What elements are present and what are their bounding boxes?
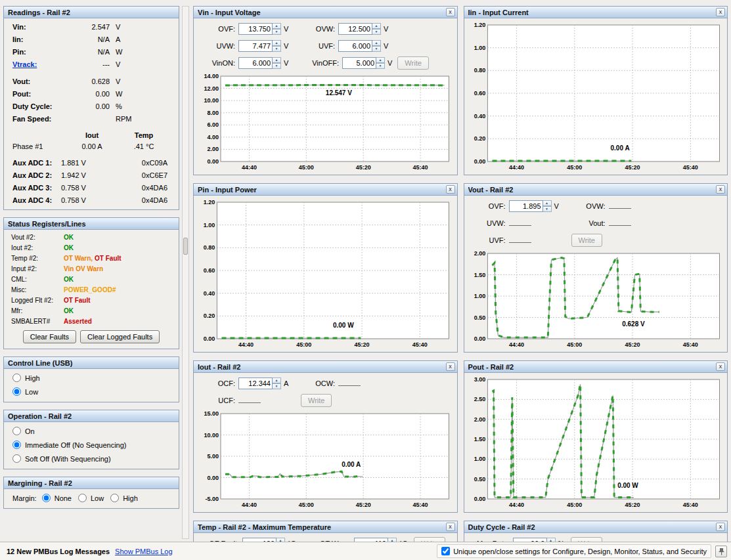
vin-ovf-input[interactable] bbox=[238, 23, 273, 35]
uvf-label: UVF: bbox=[472, 236, 506, 244]
spin-down-icon[interactable]: ▼ bbox=[372, 46, 381, 52]
spinner[interactable]: ▲▼ bbox=[376, 57, 385, 69]
write-button[interactable]: Write bbox=[397, 56, 428, 70]
spinner[interactable]: ▲▼ bbox=[543, 200, 552, 212]
svg-text:2.00: 2.00 bbox=[474, 416, 485, 423]
operation-soft-off-radio[interactable] bbox=[12, 454, 21, 463]
temp-panel-header: Temp - Rail #2 - Maximum Temperature x bbox=[194, 521, 457, 533]
status-label: SMBALERT# bbox=[11, 318, 64, 325]
vin-chart: 0.002.004.006.008.0010.0012.0014.0044:40… bbox=[197, 73, 454, 171]
operation-immediate-off-radio[interactable] bbox=[12, 441, 21, 449]
reading-row-pin: Pin: N/A W bbox=[7, 45, 175, 58]
spin-down-icon[interactable]: ▼ bbox=[273, 29, 281, 35]
spinner[interactable]: ▲▼ bbox=[273, 377, 281, 389]
pmbus-log-message-count: 12 New PMBus Log Messages bbox=[7, 548, 110, 555]
vout-uvw-input[interactable] bbox=[509, 217, 531, 226]
svg-text:0.00: 0.00 bbox=[474, 496, 485, 502]
spinner[interactable]: ▲▼ bbox=[273, 57, 281, 69]
iout-ocw-input[interactable] bbox=[338, 377, 361, 386]
spin-up-icon[interactable]: ▲ bbox=[273, 57, 281, 63]
status-label: Vout #2: bbox=[11, 234, 64, 241]
vin-off-input[interactable] bbox=[342, 57, 376, 69]
operation-on-radio[interactable] bbox=[12, 427, 21, 435]
write-button[interactable]: Write bbox=[301, 394, 332, 407]
margin-none-radio[interactable] bbox=[42, 494, 51, 502]
vin-on-input[interactable] bbox=[238, 57, 273, 69]
uvw-label: UVW: bbox=[201, 42, 235, 50]
margin-high-radio[interactable] bbox=[110, 494, 119, 502]
spin-down-icon[interactable]: ▼ bbox=[376, 63, 385, 69]
svg-text:45:40: 45:40 bbox=[413, 502, 428, 508]
close-icon[interactable]: x bbox=[716, 362, 725, 371]
spin-down-icon[interactable]: ▼ bbox=[273, 46, 281, 52]
spinner[interactable]: ▲▼ bbox=[273, 23, 281, 35]
close-icon[interactable]: x bbox=[716, 523, 725, 531]
spin-up-icon[interactable]: ▲ bbox=[372, 23, 381, 29]
vout-uvf-input[interactable] bbox=[509, 234, 531, 243]
svg-text:0.628 V: 0.628 V bbox=[622, 320, 645, 328]
close-icon[interactable]: x bbox=[716, 185, 725, 194]
uvf-label: UVF: bbox=[301, 42, 335, 50]
svg-text:45:40: 45:40 bbox=[682, 341, 698, 348]
clear-faults-button[interactable]: Clear Faults bbox=[23, 330, 76, 343]
close-icon[interactable]: x bbox=[446, 185, 455, 194]
status-row: Vout #2: OK bbox=[7, 232, 175, 242]
svg-text:44:40: 44:40 bbox=[238, 341, 254, 348]
svg-text:0.80: 0.80 bbox=[204, 244, 215, 251]
vout-vout-input[interactable] bbox=[609, 217, 631, 226]
pin-button[interactable] bbox=[715, 546, 727, 557]
close-icon[interactable]: x bbox=[446, 8, 455, 16]
svg-text:2.50: 2.50 bbox=[474, 396, 485, 402]
close-icon[interactable]: x bbox=[446, 362, 455, 371]
close-icon[interactable]: x bbox=[716, 8, 725, 16]
spin-up-icon[interactable]: ▲ bbox=[273, 377, 281, 383]
vout-ovf-input[interactable] bbox=[509, 200, 543, 212]
svg-text:2.00: 2.00 bbox=[207, 146, 219, 152]
spinner[interactable]: ▲▼ bbox=[273, 40, 281, 52]
left-pane-scrollbar[interactable] bbox=[182, 6, 189, 539]
spin-up-icon[interactable]: ▲ bbox=[273, 23, 281, 29]
spinner[interactable]: ▲▼ bbox=[372, 23, 381, 35]
svg-text:15.00: 15.00 bbox=[204, 410, 219, 417]
svg-text:0.00: 0.00 bbox=[474, 158, 485, 165]
spin-down-icon[interactable]: ▼ bbox=[273, 383, 281, 389]
control-high-radio[interactable] bbox=[12, 374, 21, 382]
iout-panel: Iout - Rail #2 x OCF: ▲▼ A OCW: bbox=[193, 360, 458, 513]
operation-immediate-off-option: Immediate Off (No Sequencing) bbox=[7, 438, 175, 452]
status-label: Logged Flt #2: bbox=[11, 297, 64, 304]
svg-text:0.00: 0.00 bbox=[207, 475, 219, 481]
spinner[interactable]: ▲▼ bbox=[372, 40, 381, 52]
vout-ovw-input[interactable] bbox=[609, 200, 631, 209]
vin-uvw-input[interactable] bbox=[238, 40, 273, 52]
unique-settings-option: Unique open/close settings for Configure… bbox=[437, 544, 711, 558]
readings-panel-title: Readings - Rail #2 bbox=[8, 9, 177, 16]
svg-text:45:20: 45:20 bbox=[625, 164, 640, 171]
write-button[interactable]: Write bbox=[571, 234, 602, 247]
iout-ocf-input[interactable] bbox=[238, 377, 273, 389]
control-low-radio[interactable] bbox=[12, 387, 21, 396]
pout-panel-title: Pout - Rail #2 bbox=[468, 363, 717, 371]
scrollbar-thumb[interactable] bbox=[183, 238, 188, 255]
show-pmbus-log-link[interactable]: Show PMBus Log bbox=[115, 548, 172, 555]
clear-logged-faults-button[interactable]: Clear Logged Faults bbox=[80, 330, 160, 343]
spin-up-icon[interactable]: ▲ bbox=[372, 40, 381, 46]
vout-panel-title: Vout - Rail #2 bbox=[468, 186, 717, 194]
vin-ovw-input[interactable] bbox=[338, 23, 372, 35]
spin-down-icon[interactable]: ▼ bbox=[543, 206, 552, 212]
spin-up-icon[interactable]: ▲ bbox=[543, 200, 552, 206]
margin-low-label: Low bbox=[91, 494, 104, 502]
close-icon[interactable]: x bbox=[446, 523, 455, 531]
spin-up-icon[interactable]: ▲ bbox=[376, 57, 385, 63]
svg-text:14.00: 14.00 bbox=[204, 73, 219, 79]
vin-uvf-input[interactable] bbox=[338, 40, 372, 52]
spin-down-icon[interactable]: ▼ bbox=[273, 63, 281, 69]
spin-up-icon[interactable]: ▲ bbox=[273, 40, 281, 46]
unique-settings-checkbox[interactable] bbox=[441, 547, 450, 555]
margining-panel-title: Margining - Rail #2 bbox=[8, 479, 177, 487]
iout-ucf-input[interactable] bbox=[238, 394, 261, 403]
vtrack-link[interactable]: Vtrack: bbox=[12, 60, 73, 68]
spin-down-icon[interactable]: ▼ bbox=[372, 29, 381, 35]
pout-panel: Pout - Rail #2 x 0.000.501.001.502.002.5… bbox=[464, 360, 728, 513]
margin-low-radio[interactable] bbox=[78, 494, 87, 502]
status-row: SMBALERT# Asserted bbox=[7, 316, 175, 326]
